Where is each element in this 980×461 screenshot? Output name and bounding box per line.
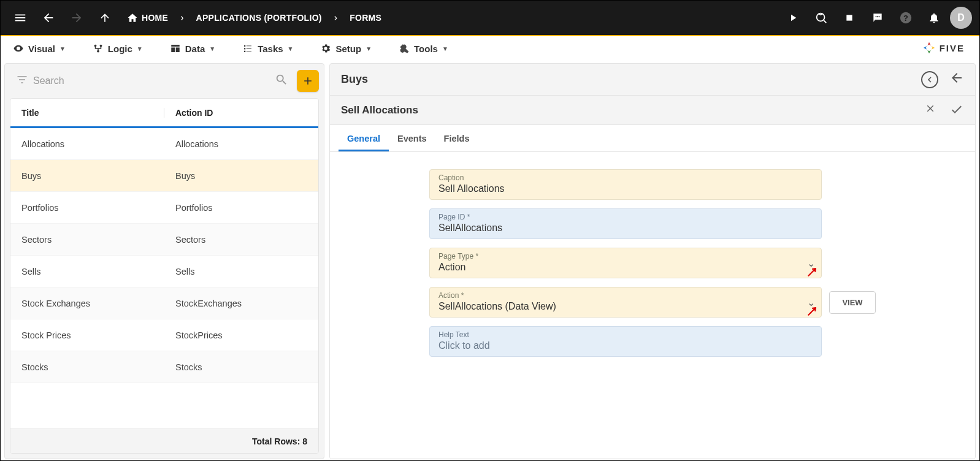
table-row[interactable]: Stock PricesStockPrices <box>10 319 318 351</box>
topbar-left: HOME › APPLICATIONS (PORTFOLIO) › FORMS <box>8 6 388 30</box>
chevron-down-icon: ▼ <box>209 45 215 52</box>
close-icon[interactable] <box>925 103 936 117</box>
svg-marker-10 <box>927 42 931 46</box>
stop-icon[interactable] <box>837 6 862 30</box>
table-row[interactable]: PortfoliosPortfolios <box>10 192 318 224</box>
header-action-id[interactable]: Action ID <box>164 108 318 118</box>
crumb-forms[interactable]: FORMS <box>350 13 381 23</box>
menu-tasks[interactable]: Tasks ▼ <box>242 43 293 54</box>
help-text-value: Click to add <box>438 340 813 351</box>
caption-field[interactable]: Caption Sell Allocations <box>429 169 822 200</box>
detail-tabs: General Events Fields <box>330 125 975 152</box>
add-button[interactable] <box>297 70 319 92</box>
tab-fields[interactable]: Fields <box>435 128 478 151</box>
list-footer: Total Rows: 8 <box>10 429 318 453</box>
filter-icon[interactable] <box>16 74 28 88</box>
top-bar: HOME › APPLICATIONS (PORTFOLIO) › FORMS … <box>1 1 979 35</box>
crumb-applications[interactable]: APPLICATIONS (PORTFOLIO) <box>196 13 322 23</box>
header-title[interactable]: Title <box>10 108 164 118</box>
row-action-id: Portfolios <box>164 203 318 213</box>
tab-general-label: General <box>347 134 380 143</box>
row-title: Allocations <box>10 139 164 149</box>
menu-data[interactable]: Data ▼ <box>170 43 215 54</box>
chevron-down-icon: ▼ <box>442 45 448 52</box>
menu-data-label: Data <box>185 44 205 54</box>
svg-point-8 <box>99 45 102 47</box>
chevron-down-icon: ▼ <box>366 45 372 52</box>
row-action-id: Allocations <box>164 139 318 149</box>
crumb-applications-label: APPLICATIONS (PORTFOLIO) <box>196 13 322 23</box>
workspace: Title Action ID AllocationsAllocationsBu… <box>1 61 979 461</box>
chevron-down-icon: ▼ <box>137 45 143 52</box>
svg-marker-11 <box>931 46 935 50</box>
caption-label: Caption <box>438 173 813 182</box>
footer-count: 8 <box>302 436 307 446</box>
search-icon[interactable] <box>275 73 288 89</box>
back-arrow-icon[interactable] <box>949 70 964 89</box>
row-action-id: Stocks <box>164 362 318 372</box>
chat-icon[interactable] <box>865 6 890 30</box>
footer-label: Total Rows: <box>252 436 300 446</box>
svg-marker-12 <box>927 50 931 54</box>
list-body: AllocationsAllocationsBuysBuysPortfolios… <box>10 128 318 429</box>
bell-icon[interactable] <box>922 6 946 30</box>
svg-point-3 <box>877 16 878 17</box>
detail-header-secondary: Sell Allocations <box>330 96 975 125</box>
menu-logic[interactable]: Logic ▼ <box>93 43 143 54</box>
caption-value: Sell Allocations <box>438 183 813 194</box>
table-row[interactable]: BuysBuys <box>10 160 318 192</box>
up-icon[interactable] <box>93 6 117 30</box>
view-button-label: VIEW <box>842 298 862 307</box>
crumb-forms-label: FORMS <box>350 13 381 23</box>
table-row[interactable]: Stock ExchangesStockExchanges <box>10 288 318 319</box>
play-icon[interactable] <box>781 6 805 30</box>
back-icon[interactable] <box>36 6 61 30</box>
table-row[interactable]: AllocationsAllocations <box>10 128 318 160</box>
avatar[interactable]: D <box>950 7 972 29</box>
row-title: Stock Exchanges <box>10 299 164 308</box>
svg-point-9 <box>97 50 99 53</box>
search-row <box>5 64 324 98</box>
back-circle-icon[interactable] <box>921 71 938 88</box>
brand-label: FIVE <box>940 43 965 53</box>
table-row[interactable]: SectorsSectors <box>10 224 318 256</box>
tab-fields-label: Fields <box>444 134 470 143</box>
row-action-id: Sectors <box>164 235 318 245</box>
table-row[interactable]: StocksStocks <box>10 351 318 383</box>
menu-setup-label: Setup <box>335 44 361 54</box>
menu-visual[interactable]: Visual ▼ <box>13 43 66 54</box>
detail-subtitle: Sell Allocations <box>341 104 914 116</box>
row-title: Sectors <box>10 235 164 245</box>
page-type-label: Page Type * <box>438 252 813 261</box>
view-button[interactable]: VIEW <box>829 291 876 314</box>
page-id-label: Page ID * <box>438 213 813 221</box>
tab-general[interactable]: General <box>339 128 389 151</box>
avatar-letter: D <box>957 12 965 23</box>
chevron-right-icon: › <box>334 12 337 23</box>
help-icon[interactable]: ? <box>894 6 918 30</box>
tab-events[interactable]: Events <box>389 128 435 151</box>
detail-header-primary: Buys <box>330 64 975 96</box>
menu-icon[interactable] <box>8 6 33 30</box>
confirm-icon[interactable] <box>949 102 964 119</box>
search-input[interactable] <box>33 75 270 86</box>
row-title: Sells <box>10 267 164 276</box>
menu-tools-label: Tools <box>414 44 438 54</box>
row-action-id: StockExchanges <box>164 299 318 308</box>
forward-icon <box>64 6 89 30</box>
page-type-field[interactable]: Page Type * Action ⌄ <box>429 248 822 278</box>
crumb-home[interactable]: HOME <box>127 12 168 23</box>
search-zoom-icon[interactable] <box>809 6 833 30</box>
menu-tools[interactable]: Tools ▼ <box>399 43 448 54</box>
page-id-field[interactable]: Page ID * SellAllocations <box>429 208 822 239</box>
help-text-field[interactable]: Help Text Click to add <box>429 326 822 357</box>
detail-title: Buys <box>341 73 915 86</box>
svg-point-2 <box>876 16 877 17</box>
action-field[interactable]: Action * SellAllocations (Data View) ⌄ <box>429 287 822 318</box>
table-row[interactable]: SellsSells <box>10 256 318 288</box>
menu-visual-label: Visual <box>28 44 55 54</box>
row-title: Stocks <box>10 362 164 372</box>
menu-setup[interactable]: Setup ▼ <box>320 43 372 54</box>
page-type-value: Action <box>438 262 813 273</box>
action-value: SellAllocations (Data View) <box>438 301 813 312</box>
